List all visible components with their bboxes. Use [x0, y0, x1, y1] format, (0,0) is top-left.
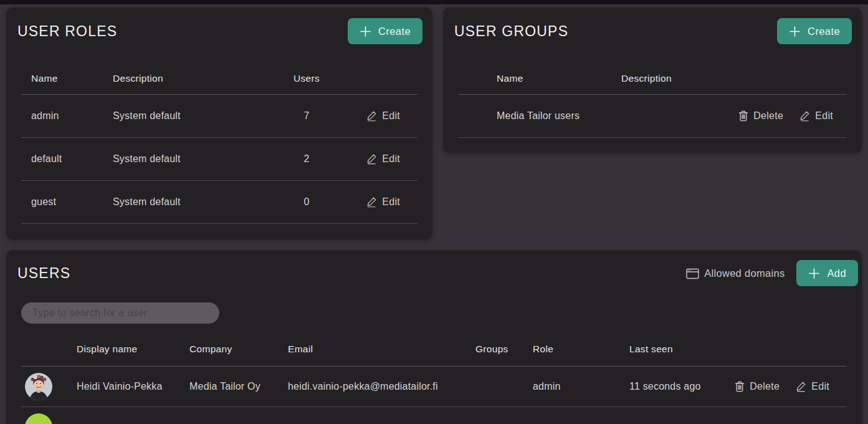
pencil-icon	[366, 153, 377, 165]
trash-icon	[735, 381, 745, 392]
users-panel: USERS Allowed domains Add Display name C…	[6, 250, 862, 424]
role-name: admin	[21, 110, 113, 122]
role-user-count: 7	[277, 110, 336, 122]
browser-window-icon	[686, 267, 699, 279]
user-groups-title: USER GROUPS	[454, 23, 568, 40]
col-users: Users	[277, 73, 336, 84]
user-roles-header: USER ROLES Create	[6, 7, 432, 44]
users-title: USERS	[17, 265, 70, 282]
table-row: Media Tailor users Delete Edit	[458, 95, 847, 138]
user-groups-header: USER GROUPS Create	[443, 7, 862, 44]
col-company: Company	[189, 344, 288, 355]
role-description: System default	[113, 196, 277, 208]
plus-icon	[808, 267, 820, 279]
group-name: Media Tailor users	[497, 110, 621, 122]
pencil-icon	[799, 110, 810, 122]
role-name: default	[21, 153, 113, 165]
table-row: admin System default 7 Edit	[21, 95, 417, 138]
col-groups: Groups	[475, 344, 533, 355]
table-row	[21, 407, 847, 424]
pencil-icon	[366, 196, 377, 208]
create-group-label: Create	[808, 26, 840, 37]
user-roles-panel: USER ROLES Create Name Description Users…	[6, 7, 432, 239]
add-user-button[interactable]: Add	[796, 260, 858, 286]
role-user-count: 0	[277, 196, 336, 208]
user-groups-panel: USER GROUPS Create Name Description Medi…	[443, 7, 862, 153]
user-last-seen: 11 seconds ago	[629, 381, 732, 392]
edit-role-button[interactable]: Edit	[366, 196, 400, 208]
create-role-label: Create	[378, 26, 411, 37]
user-groups-table: Name Description Media Tailor users Dele…	[458, 62, 847, 138]
users-header: USERS Allowed domains Add	[6, 250, 862, 286]
top-window-strip	[0, 0, 868, 4]
role-description: System default	[113, 153, 277, 165]
col-last-seen: Last seen	[629, 344, 732, 355]
col-name: Name	[21, 73, 113, 84]
allowed-domains-button[interactable]: Allowed domains	[686, 267, 785, 279]
col-role: Role	[533, 344, 629, 355]
user-company: Media Tailor Oy	[189, 381, 288, 392]
pencil-icon	[796, 381, 806, 392]
user-groups-table-header: Name Description	[458, 62, 847, 95]
create-group-button[interactable]: Create	[777, 18, 852, 44]
col-name: Name	[497, 73, 621, 84]
edit-group-button[interactable]: Edit	[799, 110, 833, 122]
edit-label: Edit	[811, 381, 829, 392]
user-roles-title: USER ROLES	[17, 23, 117, 40]
edit-role-button[interactable]: Edit	[366, 110, 400, 122]
role-user-count: 2	[277, 153, 336, 165]
edit-label: Edit	[815, 110, 833, 122]
allowed-domains-label: Allowed domains	[704, 267, 785, 279]
user-email: heidi.vainio-pekka@mediatailor.fi	[288, 381, 475, 392]
edit-role-button[interactable]: Edit	[366, 153, 400, 165]
delete-label: Delete	[750, 381, 780, 392]
plus-icon	[789, 26, 801, 37]
add-user-label: Add	[827, 267, 846, 279]
user-role: admin	[533, 381, 629, 392]
col-email: Email	[288, 344, 475, 355]
table-row: Heidi Vainio-Pekka Media Tailor Oy heidi…	[21, 367, 847, 407]
table-row: guest System default 0 Edit	[21, 181, 417, 224]
edit-label: Edit	[382, 153, 400, 165]
delete-group-button[interactable]: Delete	[738, 110, 783, 122]
edit-label: Edit	[382, 110, 400, 122]
user-roles-table: Name Description Users admin System defa…	[21, 62, 417, 224]
role-name: guest	[21, 196, 113, 208]
edit-label: Edit	[382, 196, 400, 208]
pencil-icon	[366, 110, 377, 122]
plus-icon	[360, 26, 371, 37]
trash-icon	[738, 110, 748, 122]
col-display-name: Display name	[77, 344, 189, 355]
user-roles-table-header: Name Description Users	[21, 62, 417, 95]
edit-user-button[interactable]: Edit	[796, 381, 829, 392]
create-role-button[interactable]: Create	[348, 18, 422, 44]
delete-user-button[interactable]: Delete	[735, 381, 780, 392]
delete-label: Delete	[753, 110, 783, 122]
col-description: Description	[621, 73, 847, 84]
user-avatar	[25, 373, 52, 400]
users-table: Display name Company Email Groups Role L…	[21, 332, 847, 424]
role-description: System default	[113, 110, 277, 122]
user-search-input[interactable]	[21, 302, 219, 324]
table-row: default System default 2 Edit	[21, 138, 417, 181]
user-display-name: Heidi Vainio-Pekka	[77, 381, 189, 392]
users-table-header: Display name Company Email Groups Role L…	[21, 332, 847, 367]
user-avatar	[25, 413, 52, 424]
col-description: Description	[113, 73, 277, 84]
